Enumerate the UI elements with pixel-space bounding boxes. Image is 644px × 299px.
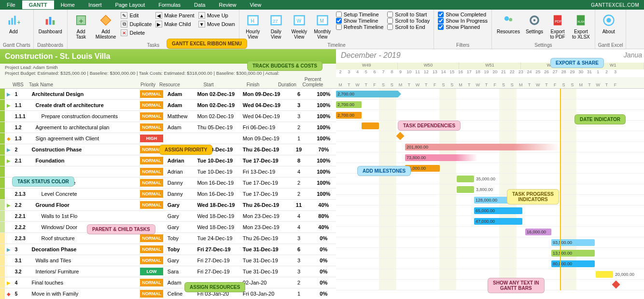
site-label: GANTTEXCEL.COM	[591, 2, 644, 8]
svg-text:W: W	[296, 18, 301, 24]
move-down-button[interactable]: ▼Move Down	[197, 20, 236, 28]
about-button[interactable]: About	[598, 12, 619, 42]
task-row[interactable]: ▶1Architectural DesignNORMALAdamMon 02-D…	[0, 89, 336, 100]
info-icon	[601, 13, 616, 28]
gantt-row[interactable]: 80,000.00	[336, 258, 644, 269]
gantt-row[interactable]: 65,000.00	[336, 205, 644, 216]
resources-button[interactable]: Resources	[495, 12, 522, 42]
timeline-dow: MTWTFSSMTWTFSSMTWTFSSMTWTFSSMTWTF	[336, 77, 644, 89]
monthly-view-button[interactable]: MMonthly View	[312, 12, 333, 42]
menu-home[interactable]: Home	[54, 0, 82, 9]
menu-review[interactable]: Review	[212, 0, 243, 9]
settings-button[interactable]: Settings	[524, 12, 545, 42]
delete-icon: ✕	[121, 29, 127, 36]
task-row[interactable]: 2.2.3Roof structureNORMALTobyTue 24-Dec-…	[0, 233, 336, 244]
menu-gantt[interactable]: GANTT	[22, 0, 54, 9]
task-row[interactable]: ◆5Move in with FamilyNORMALCelineFri 03-…	[0, 288, 336, 299]
task-row[interactable]: 1.2Agreement to architectural planNORMAL…	[0, 122, 336, 133]
task-row[interactable]: ◆1.3Sign agreement with ClientHIGHMon 09…	[0, 133, 336, 144]
menu-view[interactable]: View	[243, 0, 268, 9]
timeline-opt-1[interactable]: Show Timeline	[335, 18, 385, 24]
filter-opt-0[interactable]: Show Completed	[437, 12, 489, 17]
task-row[interactable]: 2.2.2Windows/ DoorGaryWed 18-Dec-19Mon 2…	[0, 222, 336, 233]
filter-opt-2[interactable]: Show Planned	[437, 24, 489, 30]
menu-formulas[interactable]: Formulas	[152, 0, 187, 9]
milestone-diamond[interactable]	[396, 132, 405, 140]
callout-export: EXPORT & SHARE	[550, 58, 604, 68]
gantt-row[interactable]: 13,500.00	[336, 248, 644, 258]
menu-file[interactable]: File	[0, 0, 22, 9]
gantt-bar[interactable]: 3,800.00	[457, 186, 474, 193]
gantt-bar[interactable]: 73,800.00	[405, 154, 477, 161]
filter-opt-1[interactable]: Show In Progress	[437, 18, 489, 24]
menu-insert[interactable]: Insert	[82, 0, 109, 9]
gantt-bar[interactable]: 201,800.00	[405, 144, 560, 150]
gantt-row[interactable]: 73,800.00	[336, 152, 644, 163]
timeline-opt-0[interactable]: Setup Timeline	[335, 12, 385, 17]
gantt-bar[interactable]: 47,000.00	[474, 218, 522, 225]
gantt-bar[interactable]: 2,700.00	[336, 91, 401, 97]
export-xlsx-button[interactable]: XLSXExport to XLSX	[570, 12, 592, 42]
task-row[interactable]: 3.1Walls and TilesNORMALGaryFri 27-Dec-1…	[0, 255, 336, 266]
add-milestone-button[interactable]: Add Milestone	[94, 12, 118, 42]
add-chart-button[interactable]: + Add	[3, 12, 24, 42]
gantt-bar[interactable]: 80,000.00	[551, 260, 595, 267]
scroll-opt-2[interactable]: Scroll to End	[386, 24, 431, 30]
make-child-button[interactable]: ▶Make Child	[154, 20, 195, 28]
gantt-row[interactable]: 16,000.00	[336, 227, 644, 237]
callout-parent: PARENT & CHILD TASKS	[87, 224, 155, 234]
gantt-bar[interactable]: 93,500.00	[551, 239, 595, 246]
callout-bartext: SHOW ANY TEXT IN GANTT BARS	[488, 278, 545, 293]
weekly-view-button[interactable]: WWeekly View	[289, 12, 310, 42]
task-row[interactable]: ▶4Final touchesNORMALAdam02-Jan-2020%	[0, 277, 336, 288]
task-table[interactable]: ▶1Architectural DesignNORMALAdamMon 02-D…	[0, 89, 336, 299]
menu-data[interactable]: Data	[187, 0, 212, 9]
gantt-row[interactable]: 3,800.00	[336, 184, 644, 195]
gantt-bar[interactable]: 16,000.00	[525, 229, 551, 235]
gantt-row[interactable]	[336, 131, 644, 142]
task-row[interactable]: ▶1.1Create draft of architectureNORMALAd…	[0, 100, 336, 111]
gantt-bar[interactable]	[362, 122, 379, 129]
task-row[interactable]: ▶3Decoration PhaseNORMALTobyFri 27-Dec-1…	[0, 244, 336, 255]
delete-button[interactable]: ✕Delete	[120, 29, 153, 37]
task-row[interactable]: 1.1.1Prepare construction documentsNORMA…	[0, 111, 336, 122]
gantt-row[interactable]: 201,800.00	[336, 142, 644, 152]
scroll-opt-1[interactable]: Scroll to Today	[386, 18, 431, 24]
task-row[interactable]: ▶2.2Ground FloorNORMALGaryWed 18-Dec-19T…	[0, 200, 336, 211]
gantt-bar[interactable]: 13,500.00	[551, 250, 595, 257]
hourly-view-button[interactable]: HHourly View	[242, 12, 264, 42]
task-row[interactable]: 3.2Interiors/ FurnitureLOWSaraFri 27-Dec…	[0, 266, 336, 277]
svg-text:H: H	[251, 18, 254, 24]
move-up-button[interactable]: ▲Move Up	[197, 12, 236, 19]
duplicate-button[interactable]: ⧉Duplicate	[120, 20, 153, 28]
daily-view-button[interactable]: 27Daily View	[266, 12, 287, 42]
gantt-bar[interactable]: 2,700.00	[336, 112, 362, 119]
milestone-diamond[interactable]	[612, 281, 620, 289]
gantt-row[interactable]: 2,700.00	[336, 99, 644, 110]
make-parent-button[interactable]: ◀Make Parent	[154, 12, 195, 19]
edit-button[interactable]: ✎Edit	[120, 12, 153, 19]
scroll-opt-0[interactable]: Scroll to Start	[386, 12, 431, 17]
add-task-button[interactable]: + Add Task	[70, 12, 92, 42]
gantt-row[interactable]: 93,500.00	[336, 237, 644, 248]
svg-text:M: M	[320, 18, 324, 24]
group-timeline: HHourly View 27Daily View WWeekly View M…	[239, 10, 434, 49]
copy-icon: ⧉	[121, 21, 127, 27]
export-pdf-button[interactable]: PDFExport to PDF	[547, 12, 568, 42]
menu-pagelayout[interactable]: Page Layout	[108, 0, 152, 9]
gantt-bar[interactable]: 35,000.00	[457, 176, 474, 182]
gantt-row[interactable]: 47,000.00	[336, 216, 644, 227]
gantt-bar[interactable]: 65,000.00	[474, 207, 522, 214]
gantt-bar[interactable]: 20,000.00	[596, 271, 613, 278]
project-title: Construction - St. Louis Villa	[5, 52, 110, 61]
task-row[interactable]: 2.1.3Level ConcreteNORMALDannyMon 16-Dec…	[0, 189, 336, 200]
task-row[interactable]: ▶2.1FoundationNORMALAdrianTue 10-Dec-19T…	[0, 155, 336, 166]
task-row[interactable]: 2.2.1Walls to 1st FloGaryWed 18-Dec-19Mo…	[0, 211, 336, 222]
gantt-bar[interactable]: 2,700.00	[336, 101, 362, 108]
gantt-row[interactable]: 2,700.00	[336, 89, 644, 99]
timeline-opt-2[interactable]: Refresh Timeline	[335, 24, 385, 30]
dashboard-button[interactable]: Dashboard	[37, 12, 64, 42]
group-dashboards: Dashboard Dashboards	[34, 10, 68, 49]
task-row[interactable]: NORMALAdrianTue 10-Dec-19Fri 13-Dec-1941…	[0, 166, 336, 177]
gantt-row[interactable]: 128,000.00	[336, 195, 644, 205]
